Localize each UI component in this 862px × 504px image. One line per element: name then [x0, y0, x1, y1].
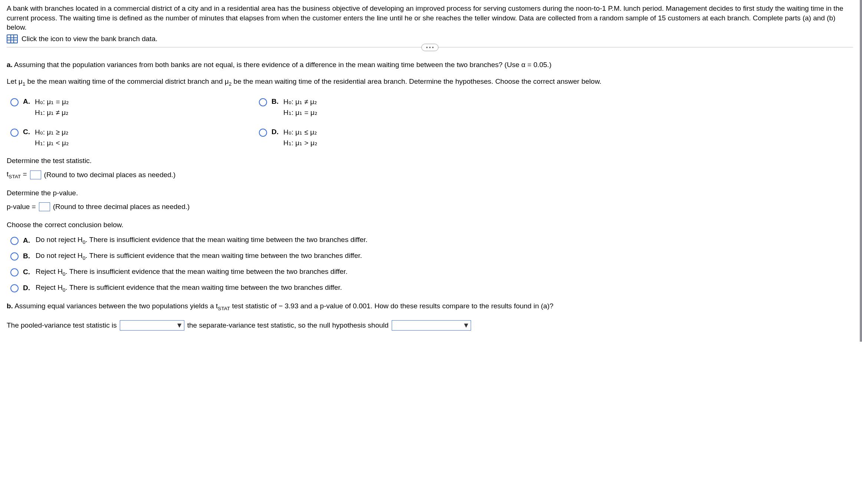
chevron-down-icon: ▼ — [177, 322, 182, 328]
radio-concl-b[interactable] — [10, 252, 19, 261]
option-letter: C. — [23, 268, 31, 276]
hypothesis-option-c: C. H₀: μ₁ ≥ μ₂ H₁: μ₁ < μ₂ — [10, 128, 244, 147]
pvalue-prompt: Determine the p-value. — [7, 189, 853, 197]
part-a-let: Let μ1 be the mean waiting time of the c… — [7, 77, 853, 87]
conclusion-option-d: D. Reject H0. There is sufficient eviden… — [10, 284, 853, 293]
radio-concl-d[interactable] — [10, 284, 19, 292]
option-h1: H₁: μ₁ > μ₂ — [283, 139, 318, 147]
part-b-sentence-mid: the separate-variance test statistic, so… — [187, 321, 389, 329]
option-h0: H₀: μ₁ ≤ μ₂ — [283, 128, 318, 136]
conclusion-text: Reject H0. There is insufficient evidenc… — [36, 268, 348, 277]
tstat-input[interactable] — [30, 170, 41, 179]
chevron-down-icon: ▼ — [463, 322, 469, 328]
option-letter: B. — [272, 97, 280, 106]
option-letter: B. — [23, 252, 31, 260]
option-letter: D. — [272, 128, 280, 136]
radio-a[interactable] — [10, 98, 19, 106]
tstat-prompt: Determine the test statistic. — [7, 157, 853, 165]
pvalue-input[interactable] — [39, 202, 50, 211]
conclusion-text: Do not reject H0. There is insufficient … — [36, 236, 368, 245]
table-icon[interactable] — [7, 34, 18, 43]
pvalue-label: p-value = — [7, 203, 36, 211]
part-b-question: b. Assuming equal variances between the … — [7, 301, 853, 312]
option-h0: H₀: μ₁ = μ₂ — [35, 97, 69, 106]
conclusion-text: Reject H0. There is sufficient evidence … — [36, 284, 342, 293]
compare-select-2[interactable]: ▼ — [392, 320, 471, 331]
compare-select-1[interactable]: ▼ — [120, 320, 184, 331]
expand-pill[interactable] — [421, 44, 438, 51]
radio-c[interactable] — [10, 129, 19, 137]
tstat-hint: (Round to two decimal places as needed.) — [44, 171, 176, 179]
conclusion-prompt: Choose the correct conclusion below. — [7, 221, 853, 229]
option-h0: H₀: μ₁ ≠ μ₂ — [283, 97, 318, 106]
data-link-text[interactable]: Click the icon to view the bank branch d… — [22, 35, 157, 43]
option-letter: C. — [23, 128, 31, 136]
option-letter: A. — [23, 236, 31, 245]
conclusion-option-c: C. Reject H0. There is insufficient evid… — [10, 268, 853, 277]
part-a-question: a. Assuming that the population variance… — [7, 60, 853, 70]
problem-intro: A bank with branches located in a commer… — [7, 4, 853, 32]
part-b-sentence-pre: The pooled-variance test statistic is — [7, 321, 117, 329]
radio-concl-c[interactable] — [10, 268, 19, 276]
radio-concl-a[interactable] — [10, 237, 19, 245]
conclusion-option-a: A. Do not reject H0. There is insufficie… — [10, 236, 853, 245]
option-letter: D. — [23, 284, 31, 292]
option-h1: H₁: μ₁ ≠ μ₂ — [35, 108, 69, 117]
hypothesis-option-b: B. H₀: μ₁ ≠ μ₂ H₁: μ₁ = μ₂ — [259, 97, 493, 117]
pvalue-hint: (Round to three decimal places as needed… — [53, 203, 190, 211]
option-h1: H₁: μ₁ = μ₂ — [283, 108, 318, 117]
radio-b[interactable] — [259, 98, 267, 106]
conclusion-text: Do not reject H0. There is sufficient ev… — [36, 252, 362, 261]
option-h1: H₁: μ₁ < μ₂ — [35, 139, 69, 147]
option-letter: A. — [23, 97, 31, 106]
hypothesis-option-a: A. H₀: μ₁ = μ₂ H₁: μ₁ ≠ μ₂ — [10, 97, 244, 117]
option-h0: H₀: μ₁ ≥ μ₂ — [35, 128, 69, 136]
tstat-label: tSTAT = — [7, 170, 27, 179]
radio-d[interactable] — [259, 129, 267, 137]
conclusion-option-b: B. Do not reject H0. There is sufficient… — [10, 252, 853, 261]
hypothesis-option-d: D. H₀: μ₁ ≤ μ₂ H₁: μ₁ > μ₂ — [259, 128, 493, 147]
